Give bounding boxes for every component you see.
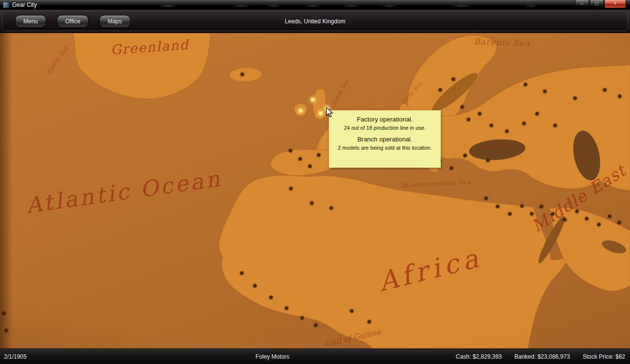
status-bar: 2/1/1905 Foley Motors Cash: $2,829,393 B… bbox=[0, 348, 630, 364]
tooltip-factory-status: Factory operational. bbox=[333, 116, 437, 123]
city-dot[interactable] bbox=[464, 154, 467, 157]
city-dot[interactable] bbox=[289, 187, 293, 191]
office-button[interactable]: Office bbox=[57, 15, 89, 28]
close-button[interactable]: × bbox=[604, 0, 626, 8]
city-dot[interactable] bbox=[521, 205, 524, 208]
app-icon bbox=[3, 2, 9, 8]
city-dot[interactable] bbox=[439, 88, 442, 92]
player-presence-dot[interactable] bbox=[299, 109, 303, 113]
stock-price: Stock Price: $62 bbox=[583, 353, 625, 360]
city-dot[interactable] bbox=[368, 320, 371, 324]
city-dot[interactable] bbox=[285, 307, 288, 310]
city-dot[interactable] bbox=[540, 205, 543, 208]
city-dot[interactable] bbox=[317, 154, 321, 157]
city-dot[interactable] bbox=[522, 122, 526, 125]
city-dot[interactable] bbox=[452, 78, 455, 81]
city-status-tooltip: Factory operational. 24 out of 18 produc… bbox=[329, 110, 441, 168]
player-presence-dot[interactable] bbox=[325, 106, 329, 110]
city-dot[interactable] bbox=[505, 130, 509, 133]
city-dot[interactable] bbox=[299, 157, 302, 161]
city-dot[interactable] bbox=[478, 112, 482, 116]
toolbar-strip: Menu Office Maps Leeds, United Kingdom bbox=[2, 11, 628, 31]
city-dot[interactable] bbox=[486, 159, 490, 162]
maps-button[interactable]: Maps bbox=[99, 15, 130, 28]
maximize-icon: □ bbox=[595, 1, 598, 6]
city-dot[interactable] bbox=[308, 165, 312, 168]
city-dot[interactable] bbox=[461, 105, 464, 109]
finance-summary: Cash: $2,829,393 Banked: $23,086,973 Sto… bbox=[456, 353, 625, 360]
city-dot[interactable] bbox=[618, 95, 622, 98]
menu-button[interactable]: Menu bbox=[15, 15, 46, 28]
city-dot[interactable] bbox=[496, 205, 500, 208]
city-dot[interactable] bbox=[330, 207, 333, 210]
world-map[interactable]: Baffin Bay Greenland Barents Sea North S… bbox=[0, 33, 630, 348]
city-dot[interactable] bbox=[467, 118, 470, 121]
city-dot[interactable] bbox=[314, 324, 318, 327]
city-dot[interactable] bbox=[289, 149, 292, 153]
city-dot[interactable] bbox=[530, 212, 534, 216]
city-dot[interactable] bbox=[485, 197, 488, 200]
banked-amount: Banked: $23,086,973 bbox=[515, 353, 570, 360]
city-dot[interactable] bbox=[253, 284, 257, 288]
city-dot[interactable] bbox=[551, 212, 555, 216]
city-dot[interactable] bbox=[2, 312, 6, 315]
city-dot-layer bbox=[0, 33, 630, 348]
city-dot[interactable] bbox=[350, 310, 354, 313]
current-location-label: Leeds, United Kingdom bbox=[2, 18, 628, 25]
city-dot[interactable] bbox=[574, 97, 577, 100]
city-dot[interactable] bbox=[270, 296, 273, 299]
city-dot[interactable] bbox=[536, 112, 539, 116]
city-dot[interactable] bbox=[585, 217, 589, 221]
city-dot[interactable] bbox=[5, 329, 8, 332]
city-dot[interactable] bbox=[310, 202, 314, 205]
close-icon: × bbox=[614, 1, 617, 6]
city-dot[interactable] bbox=[241, 73, 244, 76]
city-dot[interactable] bbox=[543, 90, 547, 93]
game-date: 2/1/1905 bbox=[4, 353, 27, 360]
maximize-button[interactable]: □ bbox=[590, 0, 604, 8]
player-presence-dot[interactable] bbox=[319, 111, 323, 115]
tooltip-branch-status: Branch operational. bbox=[333, 136, 437, 143]
city-dot[interactable] bbox=[608, 215, 612, 218]
city-dot[interactable] bbox=[301, 316, 304, 320]
minimize-icon: – bbox=[581, 1, 584, 6]
window-controls: – □ × bbox=[575, 0, 626, 8]
city-dot[interactable] bbox=[563, 218, 567, 222]
game-toolbar: Menu Office Maps Leeds, United Kingdom bbox=[0, 10, 630, 33]
city-dot[interactable] bbox=[554, 124, 557, 127]
city-dot[interactable] bbox=[576, 210, 579, 213]
city-dot[interactable] bbox=[618, 221, 621, 225]
company-name: Foley Motors bbox=[255, 353, 289, 360]
minimize-button[interactable]: – bbox=[575, 0, 589, 8]
city-dot[interactable] bbox=[240, 272, 244, 275]
window-title: Gear City bbox=[12, 1, 37, 8]
city-dot[interactable] bbox=[508, 212, 512, 216]
window-titlebar[interactable]: Gear City – □ × bbox=[0, 0, 630, 10]
city-dot[interactable] bbox=[597, 223, 601, 226]
cash-amount: Cash: $2,829,393 bbox=[456, 353, 502, 360]
city-dot[interactable] bbox=[450, 167, 453, 170]
tooltip-branch-detail: 2 models are being sold at this location… bbox=[333, 145, 437, 151]
player-presence-dot[interactable] bbox=[311, 98, 315, 102]
tooltip-factory-detail: 24 out of 18 production line in use. bbox=[333, 125, 437, 131]
city-dot[interactable] bbox=[603, 88, 607, 92]
city-dot[interactable] bbox=[524, 83, 527, 87]
city-dot[interactable] bbox=[490, 124, 493, 127]
